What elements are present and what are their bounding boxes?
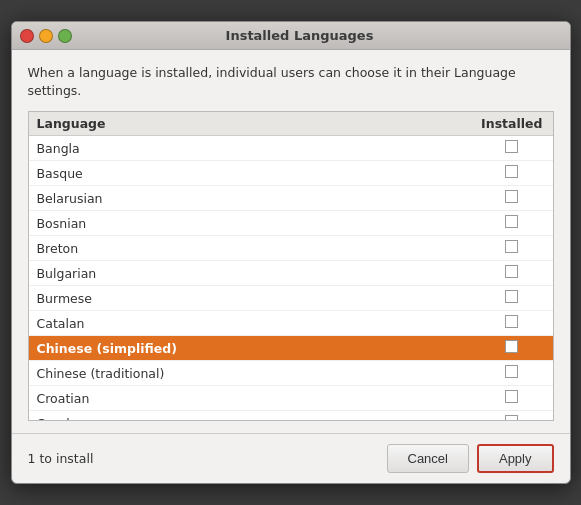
checkbox-icon xyxy=(505,140,518,153)
installed-checkbox[interactable] xyxy=(473,261,552,286)
language-name: Breton xyxy=(29,236,474,261)
installed-checkbox[interactable] xyxy=(473,161,552,186)
language-name: Catalan xyxy=(29,311,474,336)
table-row[interactable]: Belarusian xyxy=(29,186,553,211)
table-row[interactable]: Croatian xyxy=(29,386,553,411)
checkbox-icon xyxy=(505,190,518,203)
installed-languages-window: Installed Languages When a language is i… xyxy=(11,21,571,484)
window-title: Installed Languages xyxy=(78,28,522,43)
checkbox-icon xyxy=(505,365,518,378)
language-column-header: Language xyxy=(29,112,474,136)
installed-checkbox[interactable] xyxy=(473,311,552,336)
checkbox-icon xyxy=(505,215,518,228)
checkbox-icon xyxy=(505,165,518,178)
installed-checkbox[interactable] xyxy=(473,411,552,422)
language-table: Language Installed BanglaBasqueBelarusia… xyxy=(29,112,553,421)
apply-button[interactable]: Apply xyxy=(477,444,554,473)
installed-checkbox[interactable] xyxy=(473,211,552,236)
table-row[interactable]: Burmese xyxy=(29,286,553,311)
checkbox-icon xyxy=(505,415,518,421)
language-name: Bangla xyxy=(29,136,474,161)
cancel-button[interactable]: Cancel xyxy=(387,444,469,473)
installed-checkbox[interactable] xyxy=(473,286,552,311)
installed-checkbox[interactable] xyxy=(473,236,552,261)
installed-checkbox[interactable] xyxy=(473,136,552,161)
installed-column-header: Installed xyxy=(473,112,552,136)
table-row[interactable]: Catalan xyxy=(29,311,553,336)
window-body: When a language is installed, individual… xyxy=(12,50,570,433)
install-status: 1 to install xyxy=(28,451,94,466)
language-name: Bulgarian xyxy=(29,261,474,286)
footer-buttons: Cancel Apply xyxy=(387,444,554,473)
checkbox-icon xyxy=(505,390,518,403)
maximize-button[interactable] xyxy=(58,29,72,43)
table-row[interactable]: Bulgarian xyxy=(29,261,553,286)
language-name: Czech xyxy=(29,411,474,422)
checkbox-icon xyxy=(505,315,518,328)
close-button[interactable] xyxy=(20,29,34,43)
language-name: Chinese (traditional) xyxy=(29,361,474,386)
language-name: Chinese (simplified) xyxy=(29,336,474,361)
language-name: Croatian xyxy=(29,386,474,411)
installed-checkbox[interactable] xyxy=(473,336,552,361)
checkbox-icon xyxy=(505,290,518,303)
table-row[interactable]: Chinese (traditional) xyxy=(29,361,553,386)
language-list[interactable]: Language Installed BanglaBasqueBelarusia… xyxy=(28,111,554,421)
footer: 1 to install Cancel Apply xyxy=(12,433,570,483)
table-row[interactable]: Breton xyxy=(29,236,553,261)
language-name: Basque xyxy=(29,161,474,186)
language-name: Bosnian xyxy=(29,211,474,236)
installed-checkbox[interactable] xyxy=(473,361,552,386)
table-row[interactable]: Czech xyxy=(29,411,553,422)
minimize-button[interactable] xyxy=(39,29,53,43)
table-row[interactable]: Bosnian xyxy=(29,211,553,236)
installed-checkbox[interactable] xyxy=(473,386,552,411)
language-name: Burmese xyxy=(29,286,474,311)
installed-checkbox[interactable] xyxy=(473,186,552,211)
titlebar: Installed Languages xyxy=(12,22,570,50)
description-text: When a language is installed, individual… xyxy=(28,64,554,99)
window-controls xyxy=(20,29,72,43)
checkbox-icon xyxy=(505,265,518,278)
checkbox-icon xyxy=(505,340,518,353)
table-row[interactable]: Basque xyxy=(29,161,553,186)
table-row[interactable]: Bangla xyxy=(29,136,553,161)
checkbox-icon xyxy=(505,240,518,253)
language-name: Belarusian xyxy=(29,186,474,211)
table-row[interactable]: Chinese (simplified) xyxy=(29,336,553,361)
